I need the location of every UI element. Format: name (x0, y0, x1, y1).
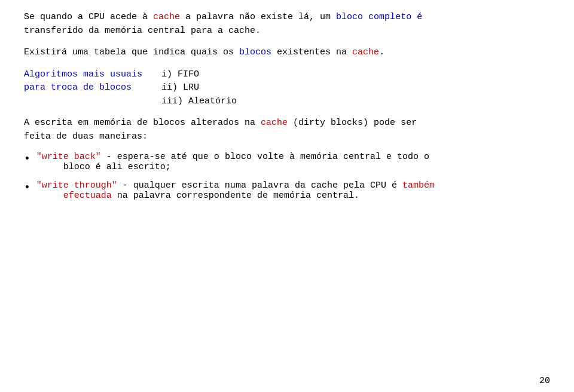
bullet-dot-1: • (24, 152, 30, 167)
p2-text-mid: existentes na (271, 47, 352, 57)
algo-desc-line2: feita de duas maneiras: (24, 131, 148, 142)
bullet1-quote: "write back" (36, 152, 101, 162)
algo-cache-highlight: cache (261, 118, 288, 128)
p1-text-before: Se quando a CPU acede à (24, 12, 153, 22)
algorithm-section: Algoritmos mais usuais para troca de blo… (24, 68, 550, 109)
algo-description: A escrita em memória de blocos alterados… (24, 117, 550, 143)
algo-desc-before: A escrita em memória de blocos alterados… (24, 118, 261, 128)
algo-left-column: Algoritmos mais usuais para troca de blo… (24, 68, 161, 109)
bullet-text-1: "write back" - espera-se até que o bloco… (36, 152, 550, 172)
page-number: 20 (539, 376, 550, 386)
p2-text-end: . (379, 47, 384, 57)
p1-bloco-highlight: bloco completo é (336, 12, 422, 22)
p2-text-before: Existirá uma tabela que indica quais os (24, 47, 239, 57)
algo-desc-after1: (dirty blocks) pode ser (288, 118, 417, 128)
p1-text-after1: a palavra não existe lá, um (180, 12, 336, 22)
p2-blocos-highlight: blocos (239, 47, 271, 57)
p2-cache-highlight: cache (352, 47, 379, 57)
bullet-item-1: • "write back" - espera-se até que o blo… (24, 152, 550, 172)
algo-left-line2: para troca de blocos (24, 82, 132, 93)
bullet2-text: - qualquer escrita numa palavra da cache… (117, 180, 402, 191)
bullet1-text: - espera-se até que o bloco volte à memó… (101, 152, 429, 162)
bullet-text-2: "write through" - qualquer escrita numa … (36, 180, 550, 201)
algo-left-line1: Algoritmos mais usuais (24, 69, 142, 79)
algo-right-column: i) FIFO ii) LRU iii) Aleatório (161, 68, 550, 109)
bullet2-line2-before: efectuada (63, 191, 112, 201)
bullet1-line2: bloco é ali escrito; (63, 162, 171, 172)
bullet-dot-2: • (24, 180, 30, 195)
algo-right-line3: iii) Aleatório (161, 96, 237, 106)
p1-cache-highlight: cache (153, 12, 180, 22)
bullet2-quote: "write through" (36, 180, 117, 191)
bullet2-line2-after: na palavra correspondente de memória cen… (112, 191, 359, 201)
algo-right-line2: ii) LRU (161, 82, 199, 93)
bullet-item-2: • "write through" - qualquer escrita num… (24, 180, 550, 201)
paragraph-1: Se quando a CPU acede à cache a palavra … (24, 11, 550, 38)
p1-line2: transferido da memória central para a ca… (24, 26, 261, 36)
algo-right-line1: i) FIFO (161, 69, 199, 79)
bullet2-highlight: também (402, 180, 435, 191)
paragraph-2: Existirá uma tabela que indica quais os … (24, 46, 550, 60)
main-content: Se quando a CPU acede à cache a palavra … (24, 11, 550, 201)
